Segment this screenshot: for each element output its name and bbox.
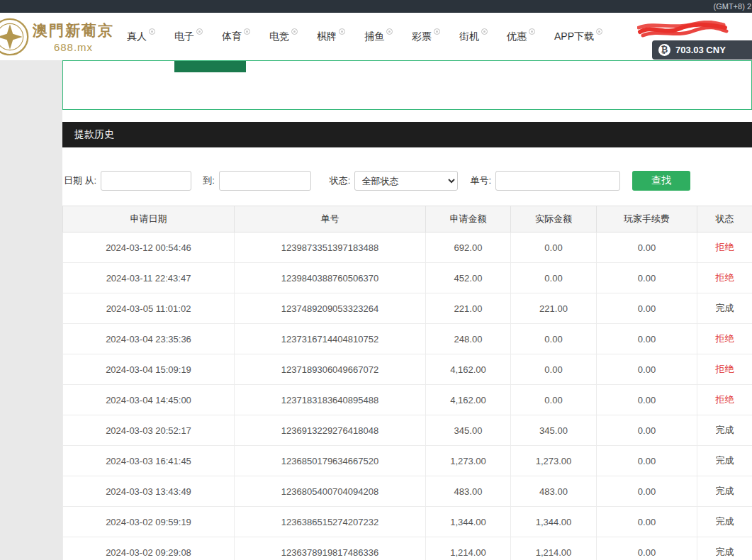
column-header: 申请日期 [63,206,235,233]
timezone-label: (GMT+8) 2 [714,2,751,11]
cell-player-fee: 0.00 [597,507,697,537]
nav-item-label: 捕鱼 [364,30,384,43]
nav-item-sports[interactable]: 体育 [222,30,250,43]
nav-hot-badge-icon [434,28,440,35]
cell-requested-amount: 1,344.00 [426,507,511,537]
cell-status: 拒绝 [697,385,752,415]
cell-requested-amount: 1,273.00 [426,446,511,476]
column-header: 玩家手续费 [597,206,697,233]
cell-actual-amount: 1,214.00 [511,537,597,560]
column-header: 单号 [235,206,426,233]
date-to-label: 到: [203,174,215,187]
cell-date: 2024-03-02 09:59:19 [63,507,235,537]
section-title: 提款历史 [74,128,114,141]
cell-date: 2024-03-05 11:01:02 [63,293,235,324]
table-row: 2024-03-04 23:35:36123731671440481075224… [63,324,752,354]
date-from-label: 日期 从: [64,174,96,187]
cell-status: 完成 [697,537,752,560]
cell-player-fee: 0.00 [597,263,697,293]
submit-button[interactable] [174,61,246,72]
cell-date: 2024-03-03 20:52:17 [63,415,235,446]
cell-date: 2024-03-12 00:54:46 [63,233,235,263]
main-content: 提款历史 日期 从: 到: 状态: 全部状态 单号: 查找 申请日期单号申请金额… [62,60,752,560]
order-number-input[interactable] [495,171,620,191]
cell-actual-amount: 0.00 [511,354,597,385]
search-button[interactable]: 查找 [632,171,690,191]
column-header: 申请金额 [426,206,511,233]
nav-item-slots[interactable]: 电子 [174,30,203,43]
cell-date: 2024-03-03 16:41:45 [63,446,235,476]
cell-order-number: 1239840388760506370 [235,263,426,293]
cell-actual-amount: 1,273.00 [511,446,597,476]
nav-item-lottery[interactable]: 彩票 [412,30,440,43]
column-header: 实际金额 [511,206,597,233]
balance-amount: 703.03 CNY [675,45,726,55]
nav-item-arcade[interactable]: 街机 [459,30,488,43]
cell-requested-amount: 4,162.00 [426,385,511,415]
cell-requested-amount: 221.00 [426,293,511,324]
nav-item-label: 彩票 [412,30,432,43]
cell-status: 拒绝 [697,354,752,385]
balance-display[interactable]: ₿ 703.03 CNY [652,40,752,60]
cell-actual-amount: 345.00 [511,415,597,446]
cell-order-number: 1237316714404810752 [235,324,426,354]
table-row: 2024-03-02 09:29:0812363789198174863361,… [63,537,752,560]
nav-item-live[interactable]: 真人 [127,30,155,43]
cell-order-number: 1237189306049667072 [235,354,426,385]
nav-hot-badge-icon [339,28,345,35]
status-select[interactable]: 全部状态 [354,171,458,191]
cell-player-fee: 0.00 [597,415,697,446]
nav-item-chess[interactable]: 棋牌 [317,30,345,43]
cell-actual-amount: 0.00 [511,263,597,293]
nav-item-promo[interactable]: 优惠 [507,30,535,43]
cell-date: 2024-03-11 22:43:47 [63,263,235,293]
cell-status: 完成 [697,415,752,446]
nav-item-label: 优惠 [507,30,527,43]
cell-requested-amount: 483.00 [426,476,511,507]
status-label: 状态: [330,174,351,187]
cell-status: 完成 [697,476,752,507]
nav-hot-badge-icon [196,28,203,35]
cell-player-fee: 0.00 [597,446,697,476]
table-row: 2024-03-03 16:41:4512368501796346675201,… [63,446,752,476]
nav-hot-badge-icon [481,28,488,35]
cell-date: 2024-03-04 15:09:19 [63,354,235,385]
cell-player-fee: 0.00 [597,293,697,324]
nav-item-label: 电子 [174,30,194,43]
cell-order-number: 1239873351397183488 [235,233,426,263]
withdraw-form-panel [62,60,752,110]
logo-text: 澳門新葡京 688.mx [33,21,114,53]
cell-status: 完成 [697,293,752,324]
table-row: 2024-03-05 11:01:02123748920905332326422… [63,293,752,324]
nav-hot-badge-icon [529,28,535,35]
cell-order-number: 1236386515274207232 [235,507,426,537]
bitcoin-coin-icon: ₿ [658,44,670,56]
nav-item-label: 棋牌 [317,30,337,43]
cell-date: 2024-03-03 13:43:49 [63,476,235,507]
cell-order-number: 1236378919817486336 [235,537,426,560]
cell-status: 拒绝 [697,263,752,293]
cell-requested-amount: 4,162.00 [426,354,511,385]
nav-item-label: APP下载 [554,30,594,43]
nav-item-fishing[interactable]: 捕鱼 [364,30,393,43]
nav-item-label: 体育 [222,30,242,43]
cell-player-fee: 0.00 [597,476,697,507]
table-row: 2024-03-03 20:52:17123691322927641804834… [63,415,752,446]
cell-order-number: 1237489209053323264 [235,293,426,324]
nav-hot-badge-icon [149,28,155,35]
cell-actual-amount: 483.00 [511,476,597,507]
site-logo[interactable]: 澳門新葡京 688.mx [0,17,114,57]
date-from-input[interactable] [101,171,191,191]
cell-requested-amount: 345.00 [426,415,511,446]
redacted-username-scribble [637,21,729,42]
cell-requested-amount: 692.00 [426,233,511,263]
date-to-input[interactable] [219,171,311,191]
withdraw-history-table: 申请日期单号申请金额实际金额玩家手续费状态 2024-03-12 00:54:4… [62,206,752,560]
nav-item-app[interactable]: APP下载 [554,30,602,43]
cell-player-fee: 0.00 [597,385,697,415]
nav-item-esports[interactable]: 电竞 [269,30,298,43]
cell-player-fee: 0.00 [597,537,697,560]
main-nav: 真人电子体育电竞棋牌捕鱼彩票街机优惠APP下载 [127,30,602,43]
nav-hot-badge-icon [596,28,602,35]
logo-emblem-icon [0,17,30,57]
